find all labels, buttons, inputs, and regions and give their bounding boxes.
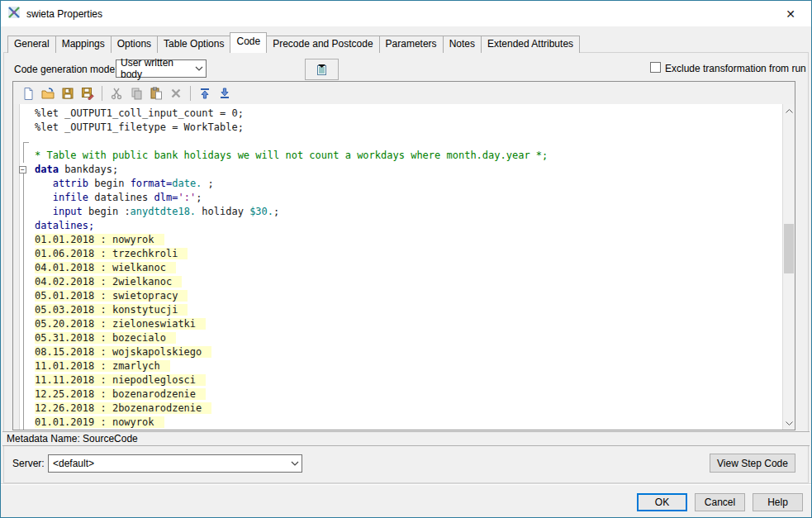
code-line[interactable]: 12.25.2018 : bozenarodzenie [13,387,782,402]
server-label: Server: [12,458,45,469]
code-line[interactable]: 08.15.2018 : wojskapolskiego [13,345,782,359]
exclude-transformation-checkbox[interactable] [650,62,661,73]
tab-notes[interactable]: Notes [443,36,482,53]
code-line[interactable]: * Table with public bank holidays we wil… [13,149,782,163]
code-line[interactable]: 05.20.2018 : zieloneswiatki [13,317,782,331]
code-line[interactable]: %let _OUTPUT1_filetype = WorkTable; [13,121,782,135]
move-bottom-icon[interactable] [215,84,235,102]
code-line[interactable]: 04.01.2018 : wielkanoc [13,261,782,275]
scroll-up-icon[interactable] [783,104,795,117]
title-bar: swieta Properties ✕ [1,1,811,26]
copy-icon[interactable] [126,84,146,102]
code-line[interactable]: 04.02.2018 : 2wielkanoc [13,275,782,289]
help-button[interactable]: Help [753,493,803,511]
new-document-icon[interactable] [18,84,38,102]
scrollbar-thumb[interactable] [784,224,794,273]
toolbar-separator [190,86,191,101]
paste-icon[interactable] [146,84,166,102]
cancel-button[interactable]: Cancel [695,493,745,511]
code-line[interactable]: 12.26.2018 : 2bozenarodzenie [13,402,782,416]
code-line[interactable]: %let _OUTPUT1_coll_input_count = 0; [13,107,782,121]
tab-parameters[interactable]: Parameters [379,36,444,53]
code-line[interactable]: 01.06.2018 : trzechkroli [13,247,782,261]
close-button[interactable]: ✕ [778,5,803,22]
vertical-scrollbar[interactable] [782,104,795,430]
scroll-down-icon[interactable] [783,416,795,430]
server-dropdown[interactable]: <default> [48,454,302,473]
server-value: <default> [53,458,94,469]
view-step-code-button[interactable]: View Step Code [710,454,795,473]
code-template-icon [315,63,329,77]
code-area: %let _OUTPUT1_coll_input_count = 0;%let … [13,107,782,430]
codegen-mode-dropdown[interactable]: User written body [116,59,207,78]
exclude-transformation-label: Exclude transformation from run [665,63,806,74]
insert-code-button[interactable] [305,59,339,80]
metadata-status-bar: Metadata Name: SourceCode [2,431,810,446]
code-line[interactable]: 11.11.2018 : niepodleglosci [13,373,782,387]
ok-button[interactable]: OK [637,493,687,511]
delete-icon[interactable] [166,84,186,102]
code-line[interactable]: 05.03.2018 : konstytucji [13,303,782,317]
code-line[interactable]: input begin :anydtdte18. holiday $30.; [13,205,782,219]
tab-table-options[interactable]: Table Options [157,36,230,53]
footer-divider [1,483,811,485]
code-line[interactable]: data bankdays; [13,163,782,177]
tab-bar: GeneralMappingsOptionsTable OptionsCodeP… [7,35,579,53]
code-line[interactable]: attrib begin format=date. ; [13,177,782,191]
open-folder-icon[interactable] [38,84,58,102]
code-line[interactable]: 01.01.2018 : nowyrok [13,233,782,247]
save-as-icon[interactable] [78,84,97,102]
window-title: swieta Properties [26,8,102,20]
code-editor-panel: %let _OUTPUT1_coll_input_count = 0;%let … [12,81,795,430]
app-icon [7,6,21,21]
tab-options[interactable]: Options [111,36,158,53]
code-line[interactable]: 11.01.2018 : zmarlych [13,359,782,373]
code-line[interactable]: 01.01.2019 : nowyrok [13,416,782,430]
save-icon[interactable] [58,84,78,102]
codegen-mode-value: User written body [121,57,192,80]
code-line[interactable]: 05.31.2018 : bozecialo [13,331,782,345]
tab-general[interactable]: General [7,36,56,53]
toolbar-separator [102,86,102,101]
tab-precode-and-postcode[interactable]: Precode and Postcode [266,36,379,53]
chevron-down-icon [287,461,302,466]
tab-mappings[interactable]: Mappings [55,36,112,53]
codegen-mode-label: Code generation mode: [14,64,117,75]
move-top-icon[interactable] [195,84,215,102]
code-line[interactable]: 05.01.2018 : swietopracy [13,289,782,303]
code-line[interactable]: infile datalines dlm=':'; [13,191,782,205]
tab-code[interactable]: Code [230,32,267,53]
code-line[interactable] [13,135,782,149]
chevron-down-icon [192,66,206,71]
code-line[interactable]: datalines; [13,219,782,233]
code-editor[interactable]: %let _OUTPUT1_coll_input_count = 0;%let … [13,104,782,430]
properties-dialog: swieta Properties ✕ GeneralMappingsOptio… [0,0,812,518]
tab-extended-attributes[interactable]: Extended Attributes [481,36,580,53]
editor-toolbar [13,82,795,105]
cut-icon[interactable] [107,84,126,102]
